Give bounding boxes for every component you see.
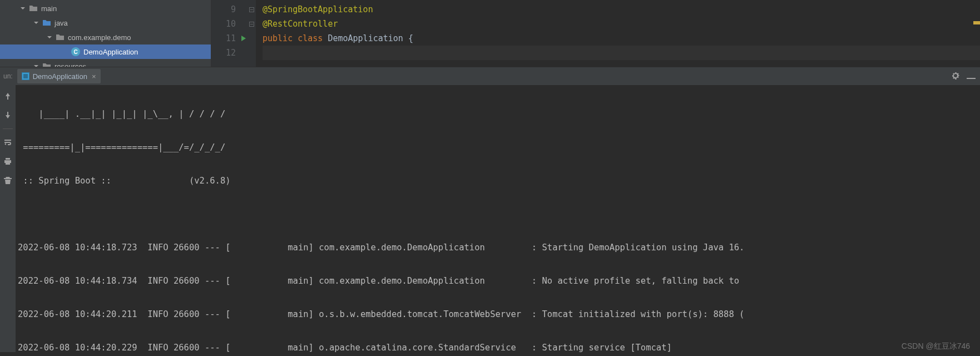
fold-gutter bbox=[247, 0, 256, 67]
line-number: 10 bbox=[211, 17, 247, 31]
scroll-up-icon[interactable] bbox=[2, 91, 13, 102]
chevron-down-icon bbox=[33, 63, 39, 67]
run-toolbar-left bbox=[0, 85, 16, 352]
console-line: =========|_|==============|___/=/_/_/_/ bbox=[18, 139, 978, 156]
tree-label: main bbox=[41, 4, 57, 13]
annotation: @RestController bbox=[263, 19, 338, 29]
tree-item-package[interactable]: com.example.demo bbox=[0, 30, 211, 44]
run-config-label: DemoApplication bbox=[33, 72, 87, 81]
separator bbox=[3, 128, 13, 129]
line-number-gutter: 9 10 11 12 bbox=[211, 0, 247, 67]
tree-item-java[interactable]: java bbox=[0, 16, 211, 30]
soft-wrap-icon[interactable] bbox=[2, 137, 13, 148]
line-number: 9 bbox=[211, 2, 247, 17]
code-area[interactable]: @SpringBootApplication @RestController p… bbox=[256, 0, 980, 67]
trash-icon[interactable] bbox=[2, 175, 13, 186]
keyword: class bbox=[298, 33, 328, 43]
console-line: 2022-06-08 10:44:18.734 INFO 26600 --- [… bbox=[18, 273, 978, 289]
run-panel-label: un: bbox=[3, 72, 13, 80]
tree-label: resources bbox=[55, 62, 86, 67]
gear-icon[interactable] bbox=[951, 71, 960, 82]
package-icon bbox=[56, 33, 65, 42]
run-tab-bar: un: DemoApplication × bbox=[0, 67, 980, 85]
run-line-icon[interactable] bbox=[241, 36, 246, 41]
run-config-icon bbox=[22, 72, 29, 80]
console-line: |____| .__|_| |_|_| |_\__, | / / / / bbox=[18, 106, 978, 122]
run-config-tab[interactable]: DemoApplication × bbox=[17, 69, 101, 83]
tree-item-main[interactable]: main bbox=[0, 1, 211, 16]
tree-label: DemoApplication bbox=[83, 48, 138, 56]
brace: { bbox=[408, 33, 413, 43]
folder-icon bbox=[42, 18, 51, 27]
line-number[interactable]: 11 bbox=[211, 31, 247, 46]
scroll-down-icon[interactable] bbox=[2, 110, 13, 121]
code-editor[interactable]: 9 10 11 12 @SpringBootApplication @RestC… bbox=[211, 0, 980, 67]
tree-label: java bbox=[55, 19, 68, 27]
console-line: 2022-06-08 10:44:20.211 INFO 26600 --- [… bbox=[18, 306, 978, 323]
close-icon[interactable]: × bbox=[92, 72, 96, 81]
tree-label: com.example.demo bbox=[68, 33, 131, 42]
watermark: CSDN @红豆冰746 bbox=[902, 342, 970, 352]
minimize-icon[interactable] bbox=[967, 78, 976, 79]
tree-item-class-selected[interactable]: C DemoApplication bbox=[0, 44, 211, 59]
folder-icon bbox=[29, 4, 38, 13]
console-line: 2022-06-08 10:44:20.229 INFO 26600 --- [… bbox=[18, 339, 978, 352]
class-icon: C bbox=[71, 47, 80, 56]
console-output[interactable]: |____| .__|_| |_|_| |_\__, | / / / / ===… bbox=[16, 85, 980, 352]
console-line: :: Spring Boot :: (v2.6.8) bbox=[18, 172, 978, 189]
tree-item-resources[interactable]: resources bbox=[0, 59, 211, 67]
chevron-down-icon bbox=[47, 34, 52, 40]
console-blank bbox=[18, 206, 978, 222]
fold-icon[interactable] bbox=[249, 22, 254, 27]
run-tool-window: un: DemoApplication × |____| .__|_| |_|_… bbox=[0, 67, 980, 352]
folder-icon bbox=[42, 62, 51, 67]
keyword: public bbox=[263, 33, 298, 43]
print-icon[interactable] bbox=[2, 156, 13, 167]
project-tree[interactable]: main java com.example.demo C DemoApplica… bbox=[0, 0, 211, 67]
chevron-down-icon bbox=[20, 6, 26, 11]
editor-warning-marker[interactable] bbox=[973, 21, 980, 24]
annotation: @SpringBootApplication bbox=[263, 4, 373, 14]
chevron-down-icon bbox=[33, 20, 39, 26]
fold-icon[interactable] bbox=[249, 7, 254, 12]
console-line: 2022-06-08 10:44:18.723 INFO 26600 --- [… bbox=[18, 239, 978, 256]
line-number: 12 bbox=[211, 46, 247, 60]
class-name: DemoApplication bbox=[328, 33, 408, 43]
